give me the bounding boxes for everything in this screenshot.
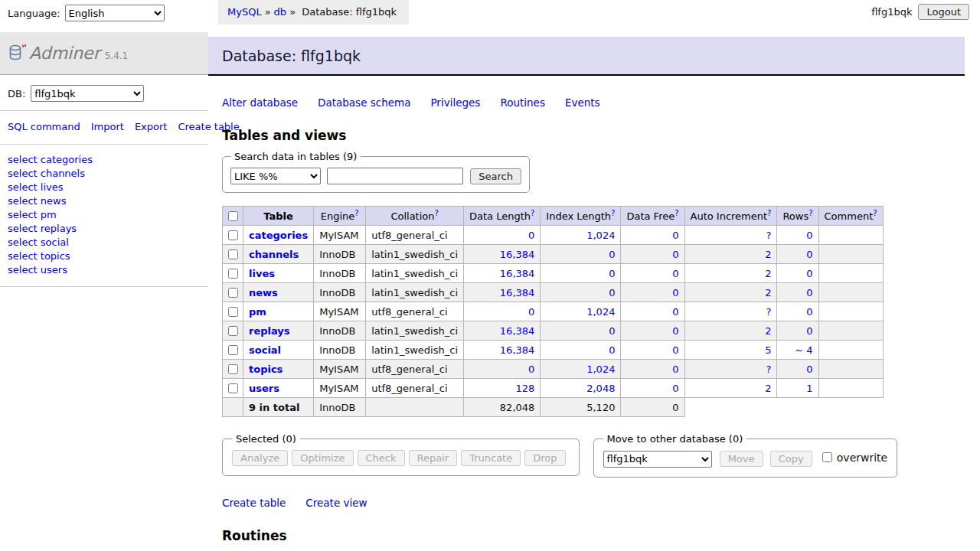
sidebar-table-link[interactable]: replays (41, 223, 77, 234)
sidebar-action-link[interactable]: Export (135, 121, 168, 132)
rows-link[interactable]: 0 (806, 325, 812, 337)
db-select[interactable]: flfg1bqk (31, 85, 144, 102)
selected-action-button[interactable]: Optimize (292, 450, 353, 466)
data-length-link[interactable]: 0 (528, 364, 534, 375)
sidebar-select-link[interactable]: select (8, 154, 38, 165)
rows-link[interactable]: 0 (806, 268, 812, 279)
data-free-link[interactable]: 0 (672, 344, 678, 356)
table-name-link[interactable]: channels (249, 249, 299, 260)
rows-link[interactable]: 0 (806, 249, 812, 260)
sidebar-table-link[interactable]: channels (41, 168, 85, 179)
auto-increment-link[interactable]: 2 (765, 268, 771, 279)
sidebar-table-link[interactable]: categories (41, 154, 93, 165)
index-length-link[interactable]: 0 (609, 268, 615, 279)
index-length-link[interactable]: 0 (609, 287, 615, 298)
index-length-link[interactable]: 1,024 (586, 230, 615, 241)
table-name-link[interactable]: news (249, 287, 278, 298)
sidebar-select-link[interactable]: select (8, 181, 38, 193)
data-length-link[interactable]: 0 (528, 230, 534, 241)
row-checkbox[interactable] (228, 288, 238, 298)
create-link[interactable]: Create table (222, 497, 286, 509)
column-help-link[interactable]: ? (873, 209, 877, 217)
data-length-link[interactable]: 16,384 (500, 287, 535, 298)
index-length-link[interactable]: 0 (609, 325, 615, 337)
data-free-link[interactable]: 0 (672, 249, 678, 260)
column-help-link[interactable]: ? (675, 209, 678, 217)
table-name-link[interactable]: lives (249, 268, 275, 279)
breadcrumb-link[interactable]: MySQL (227, 6, 262, 18)
column-help-link[interactable]: ? (354, 209, 358, 217)
data-free-link[interactable]: 0 (672, 287, 678, 298)
row-checkbox[interactable] (228, 345, 238, 355)
data-length-link[interactable]: 16,384 (500, 249, 535, 260)
data-free-link[interactable]: 0 (672, 383, 678, 394)
sidebar-table-link[interactable]: lives (41, 181, 64, 193)
auto-increment-link[interactable]: 2 (765, 249, 771, 260)
search-input[interactable] (327, 168, 463, 184)
copy-button[interactable]: Copy (770, 451, 812, 467)
column-help-link[interactable]: ? (531, 209, 534, 217)
data-free-link[interactable]: 0 (672, 268, 678, 279)
data-length-link[interactable]: 16,384 (500, 344, 535, 356)
index-length-link[interactable]: 0 (609, 344, 615, 356)
sidebar-select-link[interactable]: select (8, 195, 38, 207)
data-free-link[interactable]: 0 (672, 230, 678, 241)
sidebar-table-link[interactable]: users (41, 264, 67, 276)
sidebar-select-link[interactable]: select (8, 264, 38, 276)
row-checkbox[interactable] (228, 307, 238, 317)
data-length-link[interactable]: 0 (528, 306, 534, 318)
sidebar-action-link[interactable]: Import (91, 121, 124, 132)
data-length-link[interactable]: 128 (516, 383, 535, 394)
auto-increment-link[interactable]: ? (766, 364, 772, 375)
row-checkbox[interactable] (228, 230, 238, 240)
move-db-select[interactable]: flfg1bqk (603, 451, 712, 468)
auto-increment-link[interactable]: 5 (765, 344, 771, 356)
selected-action-button[interactable]: Repair (409, 450, 458, 466)
selected-action-button[interactable]: Drop (524, 450, 565, 466)
data-length-link[interactable]: 16,384 (500, 268, 535, 279)
sidebar-select-link[interactable]: select (8, 236, 38, 248)
rows-link[interactable]: 0 (806, 287, 812, 298)
select-all-checkbox[interactable] (228, 211, 238, 221)
database-nav-link[interactable]: Privileges (430, 96, 480, 109)
auto-increment-link[interactable]: 2 (765, 325, 771, 337)
index-length-link[interactable]: 1,024 (586, 306, 615, 318)
rows-link[interactable]: ~ 4 (795, 344, 812, 356)
selected-action-button[interactable]: Analyze (232, 450, 288, 466)
sidebar-select-link[interactable]: select (8, 250, 38, 262)
rows-link[interactable]: 0 (806, 364, 812, 375)
sidebar-select-link[interactable]: select (8, 209, 38, 220)
search-button[interactable]: Search (470, 168, 521, 184)
database-nav-link[interactable]: Alter database (222, 96, 298, 109)
rows-link[interactable]: 0 (806, 306, 812, 318)
selected-action-button[interactable]: Truncate (461, 450, 521, 466)
create-link[interactable]: Create view (305, 497, 367, 509)
sidebar-select-link[interactable]: select (8, 223, 38, 234)
database-nav-link[interactable]: Database schema (318, 96, 410, 109)
data-free-link[interactable]: 0 (672, 325, 678, 337)
column-help-link[interactable]: ? (767, 209, 771, 217)
rows-link[interactable]: 1 (806, 383, 812, 394)
table-name-link[interactable]: social (249, 344, 281, 356)
table-name-link[interactable]: users (249, 383, 279, 394)
row-checkbox[interactable] (228, 269, 238, 279)
index-length-link[interactable]: 0 (609, 249, 615, 260)
column-help-link[interactable]: ? (808, 209, 812, 217)
overwrite-checkbox[interactable] (822, 452, 832, 462)
auto-increment-link[interactable]: 2 (765, 383, 771, 394)
row-checkbox[interactable] (228, 249, 238, 259)
auto-increment-link[interactable]: 2 (765, 287, 771, 298)
selected-action-button[interactable]: Check (358, 450, 405, 466)
breadcrumb-link[interactable]: db (274, 6, 287, 18)
sidebar-table-link[interactable]: social (41, 236, 69, 248)
data-length-link[interactable]: 16,384 (500, 325, 535, 337)
row-checkbox[interactable] (228, 364, 238, 374)
search-operator-select[interactable]: LIKE %% (230, 168, 321, 184)
column-help-link[interactable]: ? (435, 209, 439, 217)
row-checkbox[interactable] (228, 383, 238, 393)
sidebar-table-link[interactable]: topics (41, 250, 70, 262)
auto-increment-link[interactable]: ? (766, 306, 772, 318)
column-help-link[interactable]: ? (611, 209, 615, 217)
data-free-link[interactable]: 0 (672, 364, 678, 375)
sidebar-table-link[interactable]: news (41, 195, 67, 207)
